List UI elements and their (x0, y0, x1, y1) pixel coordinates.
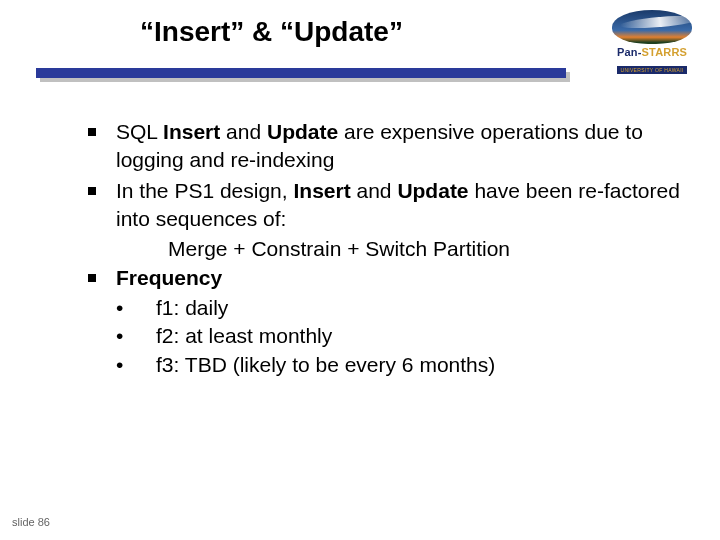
sub-bullet-2-text: f2: at least monthly (156, 322, 332, 350)
title-divider (36, 68, 566, 82)
logo-text: Pan-STARRS (602, 46, 702, 58)
text-bold: Insert (163, 120, 220, 143)
square-bullet-icon (88, 128, 96, 136)
slide: “Insert” & “Update” Pan-STARRS UNIVERSIT… (0, 0, 720, 540)
sub-bullet-3-text: f3: TBD (likely to be every 6 months) (156, 351, 495, 379)
text: and (220, 120, 267, 143)
text: In the PS1 design, (116, 179, 293, 202)
dot-bullet-icon: • (116, 322, 134, 350)
bullet-3: Frequency (88, 264, 680, 292)
text-bold: Frequency (116, 266, 222, 289)
logo: Pan-STARRS UNIVERSITY OF HAWAII (602, 10, 702, 76)
text: and (351, 179, 398, 202)
logo-image (612, 10, 692, 44)
content-body: SQL Insert and Update are expensive oper… (88, 118, 680, 379)
text-bold: Insert (293, 179, 350, 202)
text-bold: Update (267, 120, 338, 143)
sub-bullet-2: • f2: at least monthly (116, 322, 680, 350)
bullet-1: SQL Insert and Update are expensive oper… (88, 118, 680, 175)
logo-subtext: UNIVERSITY OF HAWAII (617, 66, 686, 74)
text-bold: Update (397, 179, 468, 202)
dot-bullet-icon: • (116, 351, 134, 379)
sub-bullet-1: • f1: daily (116, 294, 680, 322)
slide-number: slide 86 (12, 516, 50, 528)
logo-text-star: STARRS (642, 46, 688, 58)
square-bullet-icon (88, 274, 96, 282)
bullet-2-subline: Merge + Constrain + Switch Partition (168, 235, 680, 263)
bullet-3-text: Frequency (116, 264, 680, 292)
sub-bullet-3: • f3: TBD (likely to be every 6 months) (116, 351, 680, 379)
sub-bullet-1-text: f1: daily (156, 294, 228, 322)
bullet-2: In the PS1 design, Insert and Update hav… (88, 177, 680, 234)
text: SQL (116, 120, 163, 143)
logo-text-pre: Pan- (617, 46, 642, 58)
dot-bullet-icon: • (116, 294, 134, 322)
bullet-2-text: In the PS1 design, Insert and Update hav… (116, 177, 680, 234)
bullet-1-text: SQL Insert and Update are expensive oper… (116, 118, 680, 175)
square-bullet-icon (88, 187, 96, 195)
